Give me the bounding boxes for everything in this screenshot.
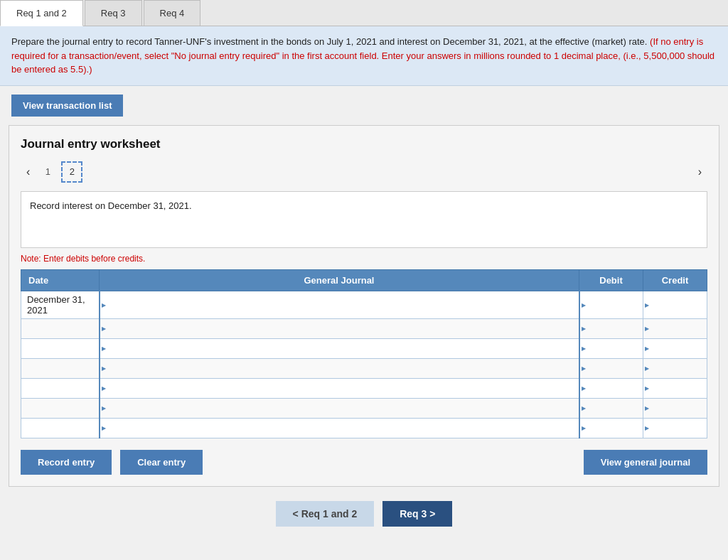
credit-cell-5[interactable] [643, 378, 707, 398]
debit-input-2[interactable] [580, 319, 643, 338]
journal-input-3[interactable] [100, 339, 579, 358]
col-header-journal: General Journal [100, 269, 579, 291]
debit-cell-7[interactable] [579, 418, 643, 438]
credit-cell-7[interactable] [643, 418, 707, 438]
tab-req-3[interactable]: Req 3 [85, 0, 142, 26]
info-box: Prepare the journal entry to record Tann… [0, 26, 728, 86]
next-page-arrow[interactable]: › [692, 164, 707, 180]
debit-input-1[interactable] [580, 291, 643, 318]
table-row [21, 398, 707, 418]
table-row [21, 318, 707, 338]
bottom-navigation: < Req 1 and 2 Req 3 > [0, 501, 728, 527]
date-cell-2 [21, 318, 100, 338]
worksheet-title: Journal entry worksheet [21, 137, 707, 151]
date-cell-4 [21, 358, 100, 378]
journal-cell-7[interactable] [100, 418, 579, 438]
journal-cell-1[interactable] [100, 291, 579, 318]
debit-input-3[interactable] [580, 339, 643, 358]
debit-cell-1[interactable] [579, 291, 643, 318]
table-row: December 31,2021 [21, 291, 707, 318]
credit-cell-1[interactable] [643, 291, 707, 318]
debit-input-5[interactable] [580, 379, 643, 398]
view-general-journal-button[interactable]: View general journal [584, 450, 707, 475]
debit-input-7[interactable] [580, 419, 643, 438]
credit-cell-2[interactable] [643, 318, 707, 338]
credit-input-4[interactable] [643, 359, 707, 378]
tab-req-4[interactable]: Req 4 [144, 0, 201, 26]
date-cell-3 [21, 338, 100, 358]
table-row [21, 358, 707, 378]
view-transaction-list-button[interactable]: View transaction list [11, 95, 123, 117]
date-cell-6 [21, 398, 100, 418]
col-header-date: Date [21, 269, 100, 291]
credit-input-6[interactable] [643, 399, 707, 418]
page-navigation: ‹ 1 2 › [21, 161, 707, 183]
credit-input-1[interactable] [643, 291, 707, 318]
date-cell-5 [21, 378, 100, 398]
next-req-button[interactable]: Req 3 > [382, 501, 452, 527]
journal-input-4[interactable] [100, 359, 579, 378]
journal-cell-4[interactable] [100, 358, 579, 378]
journal-cell-3[interactable] [100, 338, 579, 358]
credit-cell-3[interactable] [643, 338, 707, 358]
date-cell-7 [21, 418, 100, 438]
debit-cell-3[interactable] [579, 338, 643, 358]
credit-input-2[interactable] [643, 319, 707, 338]
record-entry-button[interactable]: Record entry [21, 450, 112, 475]
tab-bar: Req 1 and 2 Req 3 Req 4 [0, 0, 728, 26]
debit-cell-6[interactable] [579, 398, 643, 418]
journal-cell-6[interactable] [100, 398, 579, 418]
journal-cell-2[interactable] [100, 318, 579, 338]
journal-input-5[interactable] [100, 379, 579, 398]
table-row [21, 418, 707, 438]
prev-page-arrow[interactable]: ‹ [21, 164, 36, 180]
info-black-text: Prepare the journal entry to record Tann… [11, 36, 647, 47]
debit-cell-4[interactable] [579, 358, 643, 378]
clear-entry-button[interactable]: Clear entry [120, 450, 203, 475]
journal-input-7[interactable] [100, 419, 579, 438]
credit-cell-6[interactable] [643, 398, 707, 418]
debit-cell-2[interactable] [579, 318, 643, 338]
journal-entry-worksheet: Journal entry worksheet ‹ 1 2 › Record i… [9, 125, 719, 487]
journal-input-1[interactable] [100, 291, 579, 318]
page-2-button[interactable]: 2 [61, 161, 82, 183]
debit-cell-5[interactable] [579, 378, 643, 398]
journal-input-6[interactable] [100, 399, 579, 418]
debit-input-6[interactable] [580, 399, 643, 418]
credit-cell-4[interactable] [643, 358, 707, 378]
credit-input-7[interactable] [643, 419, 707, 438]
prev-req-button[interactable]: < Req 1 and 2 [276, 501, 375, 527]
description-text: Record interest on December 31, 2021. [30, 200, 192, 211]
table-row [21, 378, 707, 398]
date-cell-1: December 31,2021 [21, 291, 100, 318]
page-1-button[interactable]: 1 [37, 161, 58, 183]
journal-table: Date General Journal Debit Credit Decemb… [21, 269, 707, 438]
credit-input-5[interactable] [643, 379, 707, 398]
tab-req-1-and-2[interactable]: Req 1 and 2 [0, 0, 83, 26]
journal-input-2[interactable] [100, 319, 579, 338]
debit-input-4[interactable] [580, 359, 643, 378]
col-header-credit: Credit [643, 269, 707, 291]
action-buttons: Record entry Clear entry View general jo… [21, 450, 707, 475]
col-header-debit: Debit [579, 269, 643, 291]
journal-cell-5[interactable] [100, 378, 579, 398]
note-text: Note: Enter debits before credits. [21, 254, 707, 264]
credit-input-3[interactable] [643, 339, 707, 358]
table-row [21, 338, 707, 358]
description-box: Record interest on December 31, 2021. [21, 191, 707, 248]
